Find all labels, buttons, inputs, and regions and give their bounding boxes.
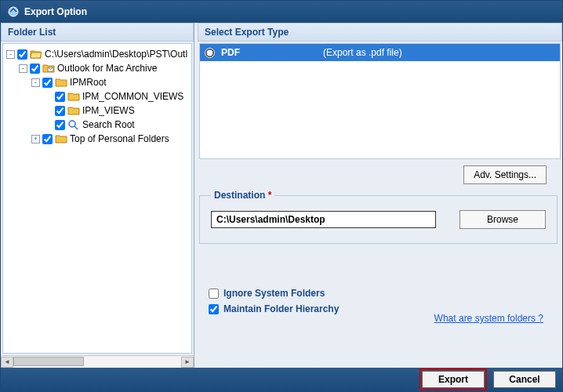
export-type-option-pdf[interactable]: PDF (Export as .pdf file): [200, 44, 560, 61]
destination-label: Destination: [214, 190, 265, 201]
tree-item-label: IPM_VIEWS: [82, 105, 135, 116]
maintain-hierarchy-checkbox[interactable]: [209, 304, 219, 314]
collapse-icon[interactable]: -: [6, 50, 15, 59]
expander-placeholder: [44, 121, 53, 129]
scroll-left-arrow[interactable]: ◄: [1, 357, 13, 368]
tree-checkbox[interactable]: [55, 92, 65, 102]
app-icon: [7, 5, 20, 18]
mailbox-icon: [42, 62, 55, 74]
collapse-icon[interactable]: -: [31, 78, 40, 87]
folder-tree[interactable]: -C:\Users\admin\Desktop\PST\Outl-Outlook…: [2, 43, 192, 354]
tree-checkbox[interactable]: [17, 49, 27, 60]
scroll-thumb[interactable]: [13, 357, 84, 366]
folder-list-header: Folder List: [1, 23, 194, 42]
scroll-right-arrow[interactable]: ►: [181, 357, 194, 368]
export-button-highlight: Export: [420, 368, 487, 390]
folder-open-icon: [30, 48, 42, 60]
export-button[interactable]: Export: [422, 371, 485, 388]
export-type-radio[interactable]: [205, 48, 215, 58]
export-type-header: Select Export Type: [198, 23, 562, 42]
tree-item[interactable]: -IPMRoot: [6, 75, 191, 89]
folder-icon: [67, 104, 80, 117]
folder-icon: [67, 90, 80, 103]
expander-placeholder: [44, 93, 53, 101]
destination-input[interactable]: [211, 211, 436, 228]
browse-button[interactable]: Browse: [459, 210, 546, 229]
svg-line-3: [74, 126, 78, 129]
export-type-name: PDF: [221, 47, 323, 58]
export-type-desc: (Export as .pdf file): [323, 47, 402, 58]
search-icon: [67, 118, 80, 131]
required-asterisk: *: [268, 190, 272, 201]
tree-item[interactable]: Search Root: [6, 118, 191, 132]
ignore-system-label: Ignore System Folders: [223, 288, 325, 299]
cancel-button[interactable]: Cancel: [493, 371, 556, 388]
tree-item-label: IPM_COMMON_VIEWS: [82, 91, 183, 102]
tree-checkbox[interactable]: [55, 106, 65, 116]
expand-icon[interactable]: +: [31, 135, 40, 143]
tree-item-label: Search Root: [82, 119, 135, 130]
tree-item[interactable]: +Top of Personal Folders: [6, 132, 191, 146]
destination-group: Destination * Browse: [199, 195, 558, 244]
tree-checkbox[interactable]: [30, 64, 40, 74]
svg-point-2: [69, 121, 75, 127]
maintain-hierarchy-label: Maintain Folder Hierarchy: [223, 303, 339, 314]
tree-item[interactable]: IPM_COMMON_VIEWS: [6, 89, 191, 103]
collapse-icon[interactable]: -: [19, 64, 27, 73]
tree-item[interactable]: IPM_VIEWS: [6, 103, 191, 118]
what-are-system-folders-link[interactable]: What are system folders ?: [434, 313, 543, 324]
ignore-system-folders-option[interactable]: Ignore System Folders: [209, 288, 551, 299]
title-bar: Export Option: [1, 1, 562, 23]
tree-item-label: Outlook for Mac Archive: [57, 63, 157, 74]
adv-settings-button[interactable]: Adv. Settings...: [463, 165, 547, 184]
export-type-list: PDF (Export as .pdf file): [199, 43, 561, 159]
tree-item[interactable]: -Outlook for Mac Archive: [6, 61, 191, 75]
horizontal-scrollbar[interactable]: ◄ ►: [1, 355, 194, 368]
folder-icon: [55, 76, 67, 89]
expander-placeholder: [44, 107, 53, 115]
tree-checkbox[interactable]: [42, 134, 53, 144]
tree-checkbox[interactable]: [55, 120, 65, 130]
window-title: Export Option: [24, 6, 87, 17]
folder-list-pane: Folder List -C:\Users\admin\Desktop\PST\…: [1, 23, 194, 368]
tree-item-label: C:\Users\admin\Desktop\PST\Outl: [45, 49, 187, 60]
tree-item-label: IPMRoot: [70, 77, 107, 88]
folder-icon: [55, 132, 67, 145]
tree-item-label: Top of Personal Folders: [70, 133, 169, 144]
tree-item[interactable]: -C:\Users\admin\Desktop\PST\Outl: [6, 47, 191, 61]
ignore-system-checkbox[interactable]: [209, 289, 219, 299]
tree-checkbox[interactable]: [42, 78, 53, 88]
dialog-footer: Export Cancel: [1, 368, 562, 391]
